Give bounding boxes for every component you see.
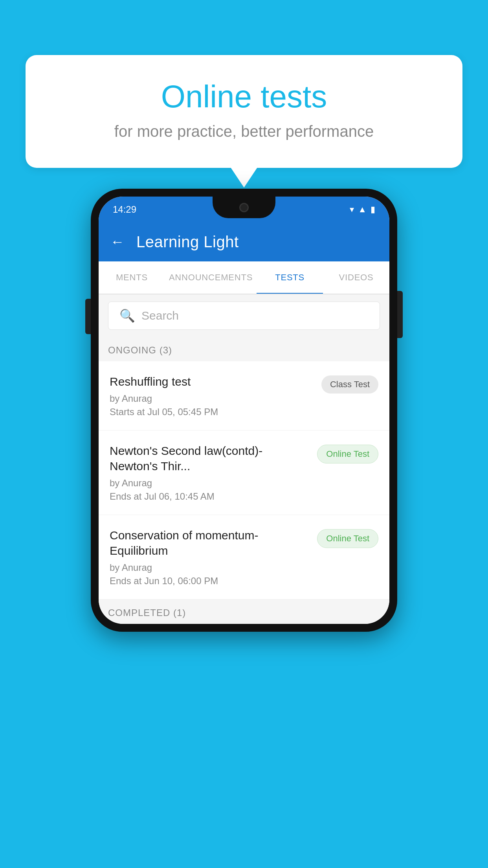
speech-bubble-container: Online tests for more practice, better p… (26, 55, 462, 168)
bubble-title: Online tests (57, 79, 431, 115)
tab-tests[interactable]: TESTS (257, 261, 323, 294)
speech-bubble: Online tests for more practice, better p… (26, 55, 462, 168)
test-name: Reshuffling test (110, 374, 314, 389)
tabs-container: MENTS ANNOUNCEMENTS TESTS VIDEOS (99, 261, 389, 294)
test-time: Ends at Jul 06, 10:45 AM (110, 491, 309, 502)
app-title: Learning Light (136, 233, 239, 251)
test-list: Reshuffling test by Anurag Starts at Jul… (99, 361, 389, 600)
signal-icon: ▲ (358, 204, 367, 215)
test-info: Newton's Second law(contd)-Newton's Thir… (110, 443, 317, 502)
test-badge: Class Test (321, 375, 378, 394)
status-icons: ▾ ▲ ▮ (350, 204, 375, 215)
tab-videos[interactable]: VIDEOS (323, 261, 389, 294)
notch (213, 197, 275, 218)
app-header: ← Learning Light (99, 222, 389, 261)
test-info: Conservation of momentum-Equilibrium by … (110, 528, 317, 587)
search-container: 🔍 Search (99, 294, 389, 337)
wifi-icon: ▾ (350, 204, 354, 215)
phone-frame: 14:29 ▾ ▲ ▮ ← Learning Light MENTS ANNOU… (91, 189, 397, 632)
test-name: Newton's Second law(contd)-Newton's Thir… (110, 443, 309, 474)
search-input[interactable]: 🔍 Search (108, 302, 380, 330)
test-name: Conservation of momentum-Equilibrium (110, 528, 309, 558)
test-author: by Anurag (110, 393, 314, 404)
status-time: 14:29 (113, 204, 136, 215)
tab-ments[interactable]: MENTS (99, 261, 165, 294)
test-item[interactable]: Newton's Second law(contd)-Newton's Thir… (99, 430, 389, 515)
battery-icon: ▮ (371, 204, 375, 215)
completed-section-header: COMPLETED (1) (99, 600, 389, 624)
test-author: by Anurag (110, 478, 309, 489)
test-time: Starts at Jul 05, 05:45 PM (110, 406, 314, 417)
phone-container: 14:29 ▾ ▲ ▮ ← Learning Light MENTS ANNOU… (91, 189, 397, 632)
camera (239, 203, 249, 212)
bubble-subtitle: for more practice, better performance (57, 123, 431, 140)
ongoing-section-header: ONGOING (3) (99, 337, 389, 361)
test-author: by Anurag (110, 562, 309, 573)
test-item[interactable]: Reshuffling test by Anurag Starts at Jul… (99, 361, 389, 430)
test-badge: Online Test (317, 445, 378, 463)
test-time: Ends at Jun 10, 06:00 PM (110, 576, 309, 587)
back-button[interactable]: ← (110, 234, 125, 250)
status-bar: 14:29 ▾ ▲ ▮ (99, 197, 389, 222)
test-badge: Online Test (317, 529, 378, 548)
test-info: Reshuffling test by Anurag Starts at Jul… (110, 374, 321, 417)
tab-announcements[interactable]: ANNOUNCEMENTS (165, 261, 257, 294)
phone-screen: 14:29 ▾ ▲ ▮ ← Learning Light MENTS ANNOU… (99, 197, 389, 624)
search-icon: 🔍 (119, 308, 135, 323)
search-placeholder: Search (141, 309, 179, 322)
test-item[interactable]: Conservation of momentum-Equilibrium by … (99, 515, 389, 600)
